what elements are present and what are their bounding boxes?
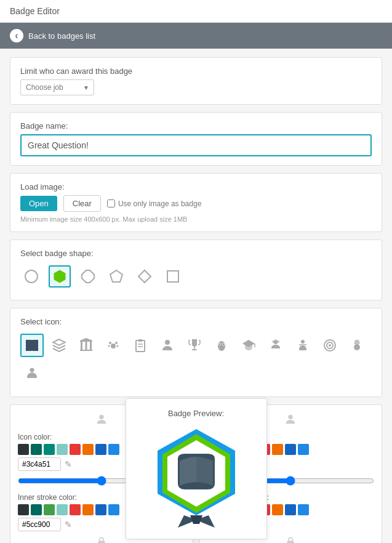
svg-point-37 [329, 344, 331, 347]
inner-swatch-6[interactable] [82, 504, 94, 515]
svg-rect-22 [192, 349, 197, 350]
shape-btn-octagon[interactable] [77, 265, 99, 288]
bg-swatch-7[interactable] [285, 444, 296, 455]
svg-point-13 [115, 342, 118, 344]
icon-color-eyedropper[interactable]: ✎ [65, 459, 72, 469]
icon-color-input[interactable] [18, 457, 61, 471]
icon-btn-pillars[interactable] [74, 334, 98, 357]
icon-btn-mortarboard[interactable] [237, 334, 260, 357]
svg-marker-3 [138, 270, 151, 283]
icon-swatch-1[interactable] [18, 444, 29, 455]
use-image-text: Use only image as badge [118, 199, 201, 208]
icon-btn-clipboard[interactable] [129, 334, 152, 357]
icon-btn-owl[interactable] [210, 334, 233, 357]
open-button[interactable]: Open [20, 196, 57, 211]
job-select[interactable]: Choose job [20, 79, 94, 95]
outer-swatch-7[interactable] [285, 504, 296, 515]
icon-btn-trophy[interactable] [183, 334, 206, 357]
inner-swatch-8[interactable] [108, 504, 119, 515]
clear-button[interactable]: Clear [63, 195, 101, 212]
badge-name-input[interactable] [20, 134, 372, 156]
badge-name-label: Badge name: [20, 121, 372, 131]
square-shape-icon [166, 269, 180, 284]
shape-label: Select badge shape: [20, 249, 372, 258]
job-select-wrap: Choose job [20, 79, 94, 95]
icon-btn-pawprint[interactable] [102, 334, 125, 357]
back-bar[interactable]: Back to badges list [0, 23, 392, 49]
icon-btn-person3[interactable] [20, 361, 44, 384]
svg-rect-6 [86, 342, 87, 350]
svg-point-38 [354, 344, 360, 350]
use-image-label[interactable]: Use only image as badge [107, 199, 201, 208]
image-hint: Minimum image size 400x600 px. Max uploa… [20, 215, 372, 223]
icon-btn-student[interactable] [264, 334, 287, 357]
outer-swatch-8[interactable] [298, 504, 309, 515]
person-icon [160, 338, 175, 353]
icon-swatch-6[interactable] [82, 444, 94, 455]
svg-marker-0 [54, 270, 65, 283]
icon-btn-person2[interactable] [291, 334, 314, 357]
icon-swatch-8[interactable] [108, 444, 119, 455]
pentagon-shape-icon [109, 269, 124, 284]
svg-point-20 [165, 340, 170, 345]
inner-swatch-4[interactable] [57, 504, 68, 515]
badge-preview-card: Badge Preview: [126, 398, 267, 539]
octagon-shape-icon [81, 269, 95, 284]
icon-btn-medal[interactable] [345, 334, 369, 357]
badge-name-section: Badge name: [10, 112, 382, 166]
hexagon-shape-icon [52, 269, 67, 284]
svg-rect-8 [80, 340, 92, 342]
svg-rect-7 [90, 342, 92, 350]
svg-marker-10 [80, 338, 92, 340]
svg-point-27 [223, 344, 224, 345]
limit-label: Limit who can award this badge [20, 66, 372, 76]
svg-point-40 [99, 415, 103, 419]
use-image-checkbox[interactable] [107, 199, 115, 207]
limit-section: Limit who can award this badge Choose jo… [10, 57, 382, 105]
inner-swatch-1[interactable] [18, 504, 29, 515]
svg-rect-16 [136, 340, 145, 352]
svg-point-48 [289, 415, 293, 419]
icon-swatch-5[interactable] [70, 444, 81, 455]
main-content: Limit who can award this badge Choose jo… [0, 49, 392, 543]
shape-btn-diamond[interactable] [134, 265, 156, 288]
bg-swatch-8[interactable] [298, 444, 309, 455]
icon-btn-book[interactable] [20, 334, 44, 357]
svg-point-26 [219, 344, 220, 345]
inner-swatch-3[interactable] [44, 504, 55, 515]
owl-icon [214, 338, 229, 353]
shape-btn-square[interactable] [162, 265, 184, 288]
icon-btn-layers[interactable] [47, 334, 71, 357]
inner-stroke-input[interactable] [18, 518, 61, 531]
outer-swatch-6[interactable] [272, 504, 283, 515]
icon-swatch-3[interactable] [44, 444, 55, 455]
shapes-row [20, 262, 372, 291]
inner-swatch-5[interactable] [70, 504, 81, 515]
inner-swatch-7[interactable] [95, 504, 106, 515]
bg-swatch-6[interactable] [272, 444, 283, 455]
icon-swatch-7[interactable] [95, 444, 106, 455]
shape-btn-pentagon[interactable] [105, 265, 127, 288]
svg-rect-4 [167, 271, 178, 282]
svg-point-33 [301, 340, 305, 344]
page-title: Badge Editor [10, 6, 60, 16]
layers-icon [52, 338, 66, 353]
inner-stroke-eyedropper[interactable]: ✎ [65, 520, 72, 529]
load-image-section: Load image: Open Clear Use only image as… [10, 173, 382, 232]
pillars-icon [79, 338, 94, 353]
icon-btn-person[interactable] [156, 334, 179, 357]
title-bar: Badge Editor [0, 0, 392, 23]
medal-icon [350, 338, 364, 353]
inner-swatch-2[interactable] [31, 504, 42, 515]
clipboard-icon [133, 338, 148, 353]
svg-marker-1 [82, 270, 94, 283]
shape-btn-hexagon[interactable] [49, 265, 71, 288]
load-image-row: Open Clear Use only image as badge [20, 195, 372, 212]
icon-swatch-2[interactable] [31, 444, 42, 455]
icons-row [20, 330, 372, 388]
icon-btn-target[interactable] [318, 334, 342, 357]
shape-btn-circle[interactable] [20, 265, 42, 288]
svg-point-11 [111, 344, 116, 348]
icon-swatch-4[interactable] [57, 444, 68, 455]
back-chevron-icon [10, 29, 23, 42]
